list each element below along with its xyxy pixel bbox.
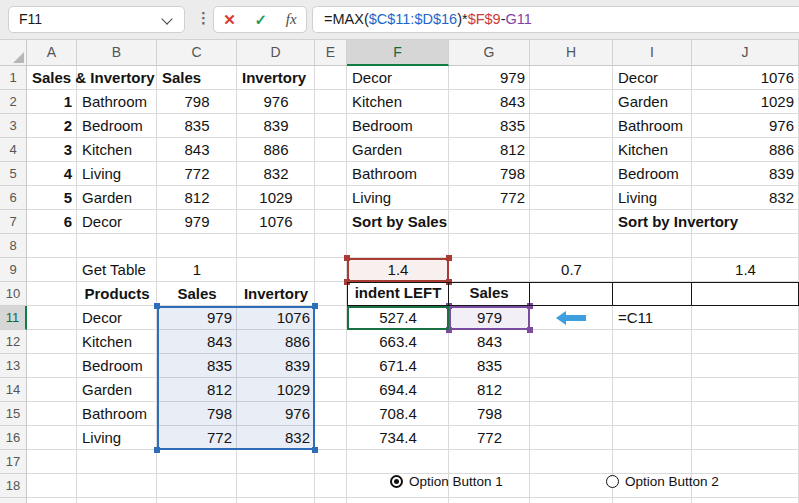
row-header-6[interactable]: 6 bbox=[0, 186, 27, 210]
cell-G15[interactable]: 798 bbox=[449, 402, 530, 426]
cell-D13[interactable]: 839 bbox=[237, 354, 315, 378]
cell-G1[interactable]: 979 bbox=[449, 66, 530, 90]
cell-G2[interactable]: 843 bbox=[449, 90, 530, 114]
cell-D11[interactable]: 1076 bbox=[237, 306, 315, 330]
cell-B3[interactable]: Bedroom bbox=[77, 114, 157, 138]
row-header-8[interactable]: 8 bbox=[0, 234, 27, 258]
cell-B4[interactable]: Kitchen bbox=[77, 138, 157, 162]
cell-D3[interactable]: 839 bbox=[237, 114, 315, 138]
column-header-A[interactable]: A bbox=[27, 40, 77, 66]
row-header-3[interactable]: 3 bbox=[0, 114, 27, 138]
cell-I7[interactable]: Sort by Invertory bbox=[613, 210, 799, 234]
cell-D2[interactable]: 976 bbox=[237, 90, 315, 114]
column-header-G[interactable]: G bbox=[449, 40, 530, 66]
cell-B2[interactable]: Bathroom bbox=[77, 90, 157, 114]
cell-C16[interactable]: 772 bbox=[157, 426, 237, 450]
cell-C10[interactable]: Sales bbox=[157, 282, 237, 306]
cell-F2[interactable]: Kitchen bbox=[347, 90, 449, 114]
cell-D16[interactable]: 832 bbox=[237, 426, 315, 450]
cell-A4[interactable]: 3 bbox=[27, 138, 77, 162]
cell-B9[interactable]: Get Table bbox=[77, 258, 157, 282]
cell-I2[interactable]: Garden bbox=[613, 90, 692, 114]
cell-G11[interactable]: 979 bbox=[449, 306, 530, 330]
cell-J6[interactable]: 832 bbox=[692, 186, 799, 210]
row-header-10[interactable]: 10 bbox=[0, 282, 27, 306]
cell-F7[interactable]: Sort by Sales bbox=[347, 210, 530, 234]
column-header-B[interactable]: B bbox=[77, 40, 157, 66]
cell-D6[interactable]: 1029 bbox=[237, 186, 315, 210]
select-all-button[interactable] bbox=[0, 40, 27, 66]
cell-A5[interactable]: 4 bbox=[27, 162, 77, 186]
cell-D5[interactable]: 832 bbox=[237, 162, 315, 186]
cell-F15[interactable]: 708.4 bbox=[347, 402, 449, 426]
cell-B14[interactable]: Garden bbox=[77, 378, 157, 402]
column-header-D[interactable]: D bbox=[237, 40, 315, 66]
cell-I10[interactable] bbox=[613, 282, 692, 306]
cell-J2[interactable]: 1029 bbox=[692, 90, 799, 114]
cell-F10[interactable]: indent LEFT bbox=[347, 282, 449, 306]
insert-function-icon[interactable]: fx bbox=[286, 11, 297, 28]
row-header-12[interactable]: 12 bbox=[0, 330, 27, 354]
cell-B15[interactable]: Bathroom bbox=[77, 402, 157, 426]
cell-D1[interactable]: Invertory bbox=[237, 66, 315, 90]
row-header-19[interactable]: 19 bbox=[0, 498, 27, 503]
cell-J9[interactable]: 1.4 bbox=[692, 258, 799, 282]
cell-D4[interactable]: 886 bbox=[237, 138, 315, 162]
option-button-1[interactable]: Option Button 1 bbox=[390, 473, 503, 489]
cell-B10[interactable]: Products bbox=[77, 282, 157, 306]
row-header-4[interactable]: 4 bbox=[0, 138, 27, 162]
cell-B13[interactable]: Bedroom bbox=[77, 354, 157, 378]
cell-G3[interactable]: 835 bbox=[449, 114, 530, 138]
cell-F6[interactable]: Living bbox=[347, 186, 449, 210]
cell-G16[interactable]: 772 bbox=[449, 426, 530, 450]
cell-G12[interactable]: 843 bbox=[449, 330, 530, 354]
cancel-icon[interactable]: ✕ bbox=[223, 11, 236, 29]
cell-F1[interactable]: Decor bbox=[347, 66, 449, 90]
row-header-13[interactable]: 13 bbox=[0, 354, 27, 378]
cell-C7[interactable]: 979 bbox=[157, 210, 237, 234]
cell-H9[interactable]: 0.7 bbox=[530, 258, 613, 282]
column-header-E[interactable]: E bbox=[315, 40, 347, 66]
cell-F3[interactable]: Bedroom bbox=[347, 114, 449, 138]
cell-A6[interactable]: 5 bbox=[27, 186, 77, 210]
cell-D15[interactable]: 976 bbox=[237, 402, 315, 426]
column-header-J[interactable]: J bbox=[692, 40, 799, 66]
cell-A1[interactable]: Sales & Invertory bbox=[27, 66, 157, 90]
cell-C5[interactable]: 772 bbox=[157, 162, 237, 186]
name-box[interactable]: F11 bbox=[8, 6, 185, 33]
cell-J4[interactable]: 886 bbox=[692, 138, 799, 162]
cell-F9[interactable]: 1.4 bbox=[347, 258, 449, 282]
cell-C9[interactable]: 1 bbox=[157, 258, 237, 282]
cell-D14[interactable]: 1029 bbox=[237, 378, 315, 402]
row-header-2[interactable]: 2 bbox=[0, 90, 27, 114]
row-header-14[interactable]: 14 bbox=[0, 378, 27, 402]
cell-A7[interactable]: 6 bbox=[27, 210, 77, 234]
radio-unselected-icon[interactable] bbox=[606, 475, 619, 488]
cell-C4[interactable]: 843 bbox=[157, 138, 237, 162]
cell-D12[interactable]: 886 bbox=[237, 330, 315, 354]
cell-C13[interactable]: 835 bbox=[157, 354, 237, 378]
column-header-I[interactable]: I bbox=[613, 40, 692, 66]
cell-C2[interactable]: 798 bbox=[157, 90, 237, 114]
cell-F12[interactable]: 663.4 bbox=[347, 330, 449, 354]
cell-H10[interactable] bbox=[530, 282, 613, 306]
cell-C1[interactable]: Sales bbox=[157, 66, 237, 90]
column-header-F[interactable]: F bbox=[347, 40, 449, 66]
row-header-16[interactable]: 16 bbox=[0, 426, 27, 450]
cell-J1[interactable]: 1076 bbox=[692, 66, 799, 90]
cell-C11[interactable]: 979 bbox=[157, 306, 237, 330]
cell-I11[interactable]: =C11 bbox=[613, 306, 692, 330]
cell-D7[interactable]: 1076 bbox=[237, 210, 315, 234]
row-header-7[interactable]: 7 bbox=[0, 210, 27, 234]
chevron-down-icon[interactable] bbox=[161, 13, 172, 24]
row-header-18[interactable]: 18 bbox=[0, 474, 27, 498]
cell-I6[interactable]: Living bbox=[613, 186, 692, 210]
option-button-2[interactable]: Option Button 2 bbox=[606, 473, 719, 489]
cell-F16[interactable]: 734.4 bbox=[347, 426, 449, 450]
cell-F5[interactable]: Bathroom bbox=[347, 162, 449, 186]
cell-C15[interactable]: 798 bbox=[157, 402, 237, 426]
enter-icon[interactable]: ✓ bbox=[255, 11, 268, 29]
cell-B16[interactable]: Living bbox=[77, 426, 157, 450]
cell-F11[interactable]: 527.4 bbox=[347, 306, 449, 330]
cell-F13[interactable]: 671.4 bbox=[347, 354, 449, 378]
